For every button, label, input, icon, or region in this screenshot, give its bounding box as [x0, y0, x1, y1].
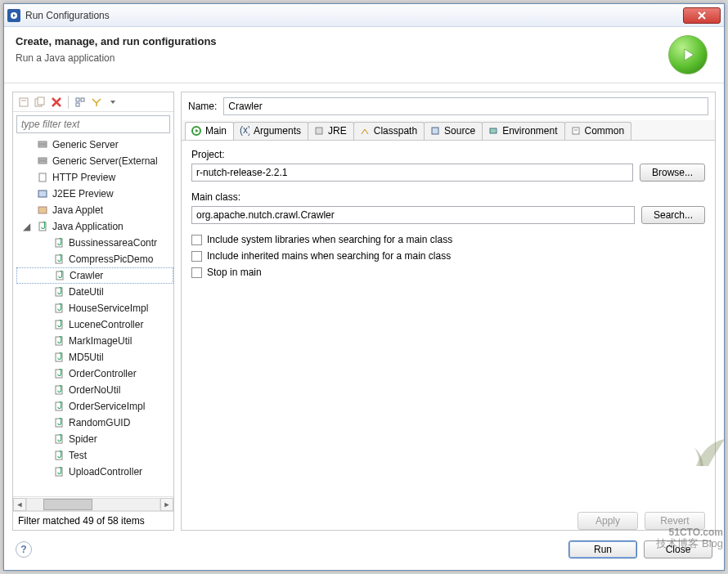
filter-input[interactable] — [16, 115, 170, 133]
tree-item-label: OrderController — [69, 368, 137, 379]
main-tab-body: Project: Browse... Main class: Search...… — [182, 141, 715, 505]
java-icon: J — [52, 319, 65, 330]
svg-rect-54 — [432, 128, 438, 134]
tree-item-label: Test — [69, 450, 87, 461]
collapse-all-button[interactable] — [73, 95, 88, 110]
java-icon: J — [52, 352, 65, 363]
tab-environment[interactable]: Environment — [482, 122, 564, 140]
search-button[interactable]: Search... — [641, 206, 705, 224]
header-heading: Create, manage, and run configurations — [16, 35, 668, 47]
revert-button[interactable]: Revert — [645, 512, 705, 530]
help-button[interactable]: ? — [16, 541, 32, 558]
java-icon: J — [52, 450, 65, 461]
name-input[interactable] — [223, 97, 708, 115]
tree-item-md5util[interactable]: JMD5Util — [16, 349, 173, 365]
tree-item-crawler[interactable]: JCrawler — [16, 267, 173, 284]
include-syslibs-checkbox[interactable] — [191, 235, 202, 245]
tree-item-markimageutil[interactable]: JMarkImageUtil — [16, 333, 173, 349]
tree-item-generic-server-external[interactable]: Generic Server(External — [16, 153, 173, 169]
tree-item-label: OrderNoUtil — [69, 384, 120, 396]
tree-item-uploadcontroller[interactable]: JUploadController — [16, 464, 173, 480]
footer: ? Run Close — [4, 531, 724, 570]
tree-item-lucenecontroller[interactable]: JLuceneController — [16, 316, 173, 333]
tree-item-label: Java Applet — [52, 204, 103, 216]
svg-text:J: J — [41, 222, 46, 231]
tree-item-randomguid[interactable]: JRandomGUID — [16, 415, 173, 431]
doc-icon — [36, 172, 49, 183]
include-inherited-row[interactable]: Include inherited mains when searching f… — [191, 250, 705, 262]
tree-item-bussinessareacontr[interactable]: JBussinessareaContr — [16, 235, 173, 251]
project-label: Project: — [191, 149, 705, 160]
tree-item-orderserviceimpl[interactable]: JOrderServiceImpl — [16, 398, 173, 415]
java-icon: J — [52, 335, 65, 347]
include-inherited-checkbox[interactable] — [191, 251, 202, 262]
java-icon: J — [52, 417, 65, 428]
tab-main[interactable]: Main — [185, 122, 234, 140]
tree-item-test[interactable]: JTest — [16, 447, 173, 464]
include-inherited-label: Include inherited mains when searching f… — [207, 250, 451, 262]
java-icon: J — [52, 368, 65, 379]
new-config-button[interactable] — [16, 95, 31, 110]
tree-item-java-application[interactable]: ◢JJava Application — [16, 218, 173, 235]
tree-item-ordercontroller[interactable]: JOrderController — [16, 365, 173, 382]
horizontal-scrollbar[interactable]: ◄ ► — [13, 496, 173, 511]
tab-label: Arguments — [254, 125, 301, 137]
java-icon: J — [52, 401, 65, 412]
stop-in-main-checkbox[interactable] — [191, 267, 202, 278]
tree-item-j2ee-preview[interactable]: J2EE Preview — [16, 186, 173, 202]
tree-item-compresspicdemo[interactable]: JCompressPicDemo — [16, 251, 173, 267]
browse-button[interactable]: Browse... — [640, 164, 705, 182]
tab-source-icon — [429, 125, 441, 137]
tree-item-java-applet[interactable]: Java Applet — [16, 202, 173, 218]
window-close-button[interactable] — [683, 7, 721, 24]
svg-rect-3 — [20, 98, 28, 106]
svg-text:J: J — [57, 369, 62, 379]
stop-in-main-row[interactable]: Stop in main — [191, 267, 705, 278]
svg-text:J: J — [57, 303, 62, 313]
duplicate-config-button[interactable] — [33, 95, 47, 110]
header-subtext: Run a Java application — [16, 52, 668, 64]
tab-label: Main — [205, 125, 227, 137]
scroll-track[interactable] — [26, 498, 160, 511]
svg-rect-15 — [39, 173, 46, 182]
tree-item-http-preview[interactable]: HTTP Preview — [16, 169, 173, 186]
tree-item-generic-server[interactable]: Generic Server — [16, 137, 173, 153]
window-title: Run Configurations — [25, 10, 683, 21]
tab-jre[interactable]: JRE — [308, 122, 354, 140]
mainclass-input[interactable] — [191, 206, 635, 224]
java-icon: J — [52, 286, 65, 298]
svg-marker-2 — [685, 49, 694, 61]
run-button[interactable]: Run — [568, 540, 637, 558]
include-syslibs-row[interactable]: Include system libraries when searching … — [191, 234, 705, 245]
project-input[interactable] — [191, 164, 633, 182]
java-icon: J — [52, 237, 65, 249]
tab-classpath-icon — [359, 125, 371, 137]
tree-item-label: MD5Util — [69, 352, 104, 363]
apply-revert-row: Apply Revert — [182, 505, 715, 530]
tab-arguments[interactable]: (x)=Arguments — [233, 122, 308, 140]
name-row: Name: — [182, 92, 715, 120]
config-tree[interactable]: Generic ServerGeneric Server(ExternalHTT… — [13, 137, 173, 496]
config-editor-panel: Name: Main(x)=ArgumentsJREClasspathSourc… — [181, 92, 716, 531]
apply-button[interactable]: Apply — [577, 512, 638, 530]
scroll-thumb[interactable] — [43, 499, 92, 510]
tab-source[interactable]: Source — [424, 122, 483, 140]
expander-icon[interactable]: ◢ — [23, 221, 33, 232]
close-button[interactable]: Close — [644, 540, 712, 558]
scroll-left-arrow[interactable]: ◄ — [13, 498, 26, 511]
tab-label: Classpath — [374, 125, 417, 137]
tab-classpath[interactable]: Classpath — [353, 122, 425, 140]
tree-item-spider[interactable]: JSpider — [16, 431, 173, 447]
tree-item-houseserviceimpl[interactable]: JHouseServiceImpl — [16, 300, 173, 316]
applet-icon — [36, 204, 49, 216]
java-icon: J — [52, 253, 65, 265]
scroll-right-arrow[interactable]: ► — [160, 498, 173, 511]
tree-item-label: HouseServiceImpl — [69, 303, 148, 314]
delete-config-button[interactable] — [49, 95, 64, 110]
tree-item-dateutil[interactable]: JDateUtil — [16, 284, 173, 300]
filter-button[interactable] — [89, 95, 104, 110]
toolbar-menu-arrow[interactable] — [106, 95, 120, 110]
tree-item-ordernoutil[interactable]: JOrderNoUtil — [16, 382, 173, 398]
svg-text:J: J — [57, 401, 62, 411]
tab-common[interactable]: Common — [564, 122, 632, 140]
